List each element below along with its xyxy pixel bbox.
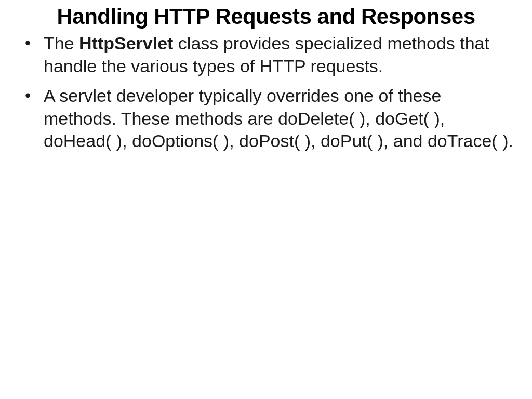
slide-content: The HttpServlet class provides specializ… (16, 32, 516, 153)
bullet-item-2: A servlet developer typically overrides … (44, 85, 516, 153)
slide-container: Handling HTTP Requests and Responses The… (0, 0, 532, 176)
bullet-item-1: The HttpServlet class provides specializ… (44, 32, 516, 77)
bullet-text: A servlet developer typically overrides … (44, 86, 513, 151)
slide-title: Handling HTTP Requests and Responses (16, 4, 516, 29)
bullet-text-bold: HttpServlet (79, 33, 173, 53)
bullet-text-prefix: The (44, 33, 79, 53)
